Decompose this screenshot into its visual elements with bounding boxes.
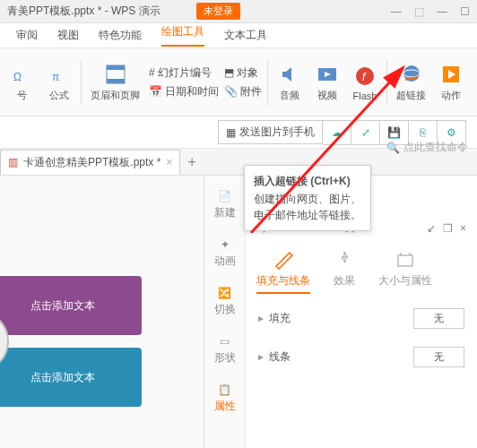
ribbon-audio[interactable]: 音频	[273, 60, 306, 104]
slide-shape-2[interactable]: 点击添加文本	[0, 346, 143, 409]
cloud-button[interactable]: ☁	[323, 120, 351, 145]
attach-icon: 📎	[224, 85, 238, 98]
anim-icon: ✦	[221, 238, 230, 251]
action-icon	[438, 62, 464, 87]
hyperlink-tooltip: 插入超链接 (Ctrl+K) 创建指向网页、图片、 电子邮件地址等链接。	[244, 165, 371, 231]
close-tab-icon[interactable]: ×	[166, 156, 172, 168]
pin-icon[interactable]: ↙	[427, 222, 436, 235]
restore-icon[interactable]: ❐	[443, 222, 453, 235]
hash-icon: #	[149, 66, 155, 79]
svg-text:Ω: Ω	[13, 71, 22, 83]
save-icon: 💾	[387, 126, 401, 139]
size-tab-icon	[395, 250, 415, 270]
ribbon-video[interactable]: 视频	[311, 60, 343, 104]
search-icon: 🔍	[386, 142, 400, 154]
svg-rect-4	[107, 79, 125, 83]
tool-new[interactable]: 📄新建	[214, 190, 236, 220]
prop-line-row[interactable]: ▸线条 无	[256, 338, 466, 376]
command-search[interactable]: 🔍 点此查找命令	[386, 140, 468, 155]
titlebar-icon-1[interactable]: —	[391, 5, 402, 18]
titlebar-icon-2[interactable]: ⬚	[414, 5, 424, 18]
proptab-fill[interactable]: 填充与线条	[256, 250, 310, 294]
fill-tab-icon	[273, 250, 293, 270]
gear-icon: ⚙	[447, 126, 456, 139]
pi-icon: π	[47, 62, 72, 87]
tool-anim[interactable]: ✦动画	[214, 238, 236, 269]
menu-texttools[interactable]: 文本工具	[224, 28, 267, 43]
phone-icon: ▦	[226, 126, 236, 139]
proptab-size[interactable]: 大小与属性	[378, 250, 432, 294]
menu-view[interactable]: 视图	[57, 28, 79, 43]
close-panel-icon[interactable]: ×	[460, 222, 466, 235]
expand-icon: ⤢	[361, 126, 370, 139]
expand-fill-icon: ▸	[258, 312, 264, 324]
ribbon-symbol[interactable]: Ω 号	[5, 60, 38, 104]
flash-icon: f	[352, 64, 377, 89]
ribbon-hyperlink[interactable]: 超链接	[393, 60, 429, 104]
ribbon-headerfooter[interactable]: 页眉和页脚	[87, 60, 143, 104]
calendar-icon: 📅	[149, 85, 162, 98]
object-icon: ⬒	[224, 66, 234, 79]
send-to-phone-button[interactable]: ▦ 发送图片到手机	[218, 120, 323, 144]
login-status-badge[interactable]: 未登录	[196, 3, 240, 20]
add-tab-button[interactable]: +	[187, 154, 195, 170]
ribbon-object[interactable]: ⬒对象	[224, 65, 262, 81]
menu-drawtools[interactable]: 绘图工具	[161, 24, 204, 47]
prop-fill-row[interactable]: ▸填充 无	[256, 299, 466, 338]
omega-icon: Ω	[9, 62, 34, 87]
menu-review[interactable]: 审阅	[16, 28, 38, 43]
svg-rect-3	[107, 65, 125, 70]
expand-button[interactable]: ⤢	[351, 120, 380, 145]
fill-none-button[interactable]: 无	[413, 308, 464, 329]
trans-icon: 🔀	[218, 287, 231, 299]
share-icon: ⎘	[420, 126, 426, 139]
new-icon: 📄	[218, 190, 231, 202]
line-none-button[interactable]: 无	[413, 347, 464, 367]
menu-special[interactable]: 特色功能	[99, 28, 142, 43]
tool-trans[interactable]: 🔀切换	[214, 287, 236, 317]
doc-icon: ▥	[8, 156, 18, 168]
ribbon-slidenum[interactable]: #幻灯片编号	[149, 65, 219, 81]
shape-icon: ▭	[220, 335, 230, 348]
cloud-icon: ☁	[332, 126, 343, 139]
attr-icon: 📋	[218, 383, 231, 396]
tool-attr[interactable]: 📋属性	[214, 383, 236, 414]
slide-shape-1[interactable]: 点击添加文本	[0, 274, 143, 337]
tool-shape[interactable]: ▭形状	[214, 335, 236, 366]
expand-line-icon: ▸	[258, 350, 264, 363]
slide-canvas[interactable]: 点击添加文本 点击添加文本	[0, 176, 204, 448]
headerfooter-icon	[103, 62, 128, 87]
svg-text:π: π	[52, 71, 59, 83]
maximize-icon[interactable]: ☐	[460, 5, 470, 18]
ribbon-action[interactable]: 动作	[435, 60, 467, 104]
svg-rect-11	[398, 255, 412, 266]
effect-tab-icon	[334, 250, 354, 270]
document-tab[interactable]: ▥ 卡通创意精美PPT模板.pptx * ×	[0, 150, 180, 175]
ribbon-datetime[interactable]: 📅日期和时间	[149, 84, 219, 99]
ribbon-formula[interactable]: π 公式	[43, 60, 75, 104]
proptab-effect[interactable]: 效果	[334, 250, 355, 294]
minimize-icon[interactable]: —	[437, 5, 447, 18]
video-icon	[315, 62, 340, 87]
ribbon-flash[interactable]: f Flash	[349, 62, 381, 103]
hyperlink-icon	[399, 62, 424, 87]
window-title: 青美PPT模板.pptx * - WPS 演示	[7, 4, 160, 19]
audio-icon	[277, 62, 302, 87]
ribbon-attach[interactable]: 📎附件	[224, 84, 262, 99]
